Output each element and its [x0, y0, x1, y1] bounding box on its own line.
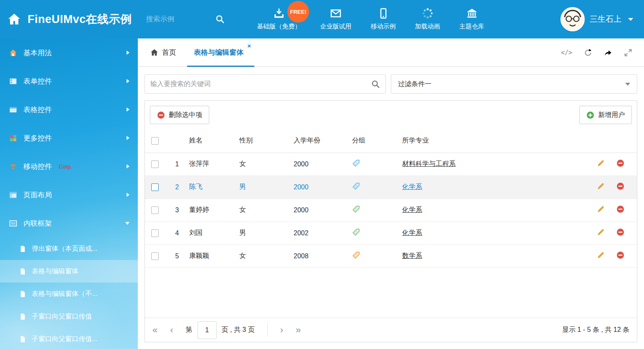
delete-icon[interactable] — [616, 159, 624, 167]
sidebar-item-more-controls[interactable]: 更多控件 — [0, 124, 138, 152]
sidebar-item-iframe[interactable]: 内联框架 — [0, 209, 138, 237]
tab-label: 首页 — [162, 48, 176, 57]
table-row[interactable]: 3 董婷婷 女 2000 化学系 — [145, 199, 637, 222]
app-title: FineUIMvc在线示例 — [28, 12, 132, 27]
major-link[interactable]: 化学系 — [402, 183, 422, 190]
column-group: 分组 — [352, 129, 402, 153]
table-row[interactable]: 2 陈飞 男 2000 化学系 — [145, 176, 637, 199]
sidebar-subitem-label: 表格与编辑窗体 — [32, 267, 79, 276]
plus-circle-icon — [586, 111, 594, 119]
chevron-right-icon — [127, 136, 129, 140]
corp-badge: Corp. — [59, 163, 72, 170]
nav-mobile-demo[interactable]: 移动示例 — [371, 8, 396, 31]
major-link[interactable]: 材料科学与工程系 — [402, 160, 456, 167]
sidebar-item-label: 移动控件 — [23, 162, 52, 171]
cell-name: 陈飞 — [189, 176, 239, 199]
sidebar-subitem-grid-edit-window[interactable]: 表格与编辑窗体 — [0, 260, 138, 283]
signal-icon — [9, 163, 17, 171]
delete-icon[interactable] — [616, 205, 624, 213]
edit-icon[interactable] — [597, 205, 605, 213]
code-view-icon[interactable]: </> — [561, 49, 572, 56]
cell-name: 刘国 — [189, 222, 239, 245]
major-link[interactable]: 化学系 — [402, 229, 422, 236]
delete-selected-button[interactable]: 删除选中项 — [150, 106, 209, 124]
table-row[interactable]: 5 康颖颖 女 2008 数学系 — [145, 245, 637, 267]
select-all-checkbox[interactable] — [151, 137, 159, 145]
major-link[interactable]: 化学系 — [402, 206, 422, 213]
house-icon — [9, 49, 17, 57]
button-label: 新增用户 — [598, 111, 625, 120]
free-badge: FREE! — [287, 1, 309, 23]
header-search-input[interactable] — [146, 15, 200, 23]
delete-icon[interactable] — [616, 228, 624, 236]
sidebar-item-page-layout[interactable]: 页面布局 — [0, 181, 138, 209]
sidebar-item-form-controls[interactable]: 表单控件 — [0, 67, 138, 95]
file-icon — [19, 336, 26, 343]
close-icon[interactable]: × — [247, 42, 251, 49]
sidebar-subitem-label: 表格与编辑窗体（不... — [32, 290, 97, 298]
row-checkbox[interactable] — [151, 252, 159, 260]
table-row[interactable]: 1 张萍萍 女 2000 材料科学与工程系 — [145, 153, 637, 176]
edit-icon[interactable] — [597, 228, 605, 236]
delete-icon[interactable] — [616, 251, 624, 259]
brand[interactable]: FineUIMvc在线示例 — [0, 12, 132, 27]
file-icon — [19, 268, 26, 275]
header-search — [146, 15, 225, 24]
row-checkbox[interactable] — [151, 160, 159, 168]
filter-row: 过滤条件一 — [145, 74, 637, 94]
search-icon[interactable] — [216, 15, 225, 24]
nav-theme-repo[interactable]: 主题仓库 — [459, 8, 484, 31]
sidebar-item-mobile-controls[interactable]: 移动控件 Corp. — [0, 152, 138, 181]
delete-icon[interactable] — [616, 182, 624, 190]
sidebar-subitem-grid-edit-window-2[interactable]: 表格与编辑窗体（不... — [0, 283, 138, 305]
table-row[interactable]: 4 刘国 男 2002 化学系 — [145, 222, 637, 245]
pager-divider — [267, 324, 268, 336]
sidebar-subitem-child-to-parent-2[interactable]: 子窗口向父窗口传值... — [0, 328, 138, 349]
prev-page-icon[interactable]: ‹ — [170, 326, 173, 335]
expand-icon[interactable] — [624, 48, 632, 57]
edit-icon[interactable] — [597, 159, 605, 167]
edit-icon[interactable] — [597, 251, 605, 259]
user-menu[interactable]: 三生石上 — [560, 7, 644, 31]
file-icon — [19, 313, 26, 320]
download-icon — [274, 8, 284, 19]
sidebar-item-basic-usage[interactable]: 基本用法 — [0, 38, 138, 67]
row-checkbox[interactable] — [151, 229, 159, 237]
content: 过滤条件一 删除选中项 新增用户 — [138, 67, 644, 349]
cell-name: 康颖颖 — [189, 245, 239, 267]
blocks-icon — [9, 134, 17, 142]
page-number-group: 第 页 , 共 3 页 — [186, 321, 255, 339]
cell-gender: 女 — [239, 199, 294, 222]
refresh-icon[interactable] — [584, 48, 592, 57]
envelope-icon — [330, 8, 341, 19]
search-icon[interactable] — [371, 80, 380, 89]
user-name: 三生石上 — [590, 14, 621, 25]
page-number-input[interactable] — [198, 321, 217, 339]
add-user-button[interactable]: 新增用户 — [579, 106, 632, 124]
tag-icon — [352, 159, 360, 167]
nav-label: 企业版试用 — [320, 23, 352, 31]
filter-dropdown[interactable]: 过滤条件一 — [391, 74, 637, 94]
row-checkbox[interactable] — [151, 183, 159, 191]
edit-icon[interactable] — [597, 182, 605, 190]
filter-value: 过滤条件一 — [398, 80, 431, 89]
sidebar-item-grid-controls[interactable]: 表格控件 — [0, 95, 138, 124]
nav-enterprise-trial[interactable]: 企业版试用 — [320, 8, 352, 31]
cell-name: 董婷婷 — [189, 199, 239, 222]
major-link[interactable]: 数学系 — [402, 252, 422, 259]
sidebar-subitem-popup-window[interactable]: 弹出窗体（本页面或... — [0, 237, 138, 260]
chevron-right-icon — [127, 51, 129, 55]
home-icon — [150, 48, 158, 56]
grid-panel: 删除选中项 新增用户 姓名 性别 — [145, 100, 637, 342]
tab-home[interactable]: 首页 — [144, 38, 187, 66]
last-page-icon[interactable]: » — [296, 326, 301, 335]
share-icon[interactable] — [604, 48, 612, 57]
first-page-icon[interactable]: « — [152, 326, 157, 335]
tab-grid-edit-window[interactable]: 表格与编辑窗体 × — [187, 38, 254, 66]
row-checkbox[interactable] — [151, 206, 159, 214]
next-page-icon[interactable]: › — [280, 326, 283, 335]
sidebar-item-label: 表单控件 — [23, 76, 52, 86]
sidebar-subitem-child-to-parent[interactable]: 子窗口向父窗口传值 — [0, 305, 138, 328]
nav-loading-animation[interactable]: 加载动画 — [415, 8, 440, 31]
keyword-search-input[interactable] — [150, 80, 371, 88]
